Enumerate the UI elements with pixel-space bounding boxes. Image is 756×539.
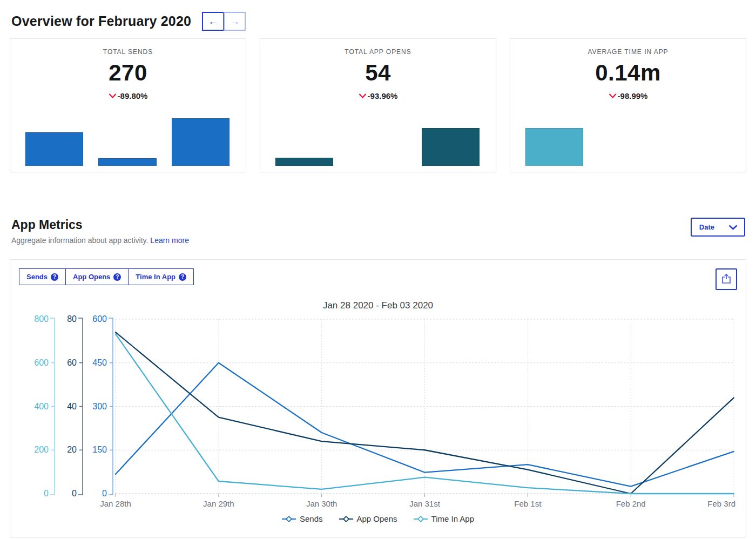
y-axis-tick-label: 300 xyxy=(92,402,107,411)
y-axis-tick-label: 800 xyxy=(34,314,49,324)
legend-label: Time In App xyxy=(431,514,474,523)
section-subtitle: Aggregate information about app activity… xyxy=(11,236,189,245)
mini-bar xyxy=(525,128,583,166)
summary-cards-row: TOTAL SENDS 270 -89.80% TOTAL APP OPENS … xyxy=(10,38,746,172)
date-dropdown-button[interactable]: Date xyxy=(691,218,745,237)
learn-more-link[interactable]: Learn more xyxy=(150,236,189,245)
app-metrics-chart-card: Sends ? App Opens ? Time In App ? xyxy=(10,259,746,537)
y-axis-tick-label: 150 xyxy=(92,445,107,454)
chevron-down-red-icon xyxy=(609,93,617,99)
mini-bar-slot xyxy=(525,116,583,166)
y-axis-tick-label: 60 xyxy=(67,358,77,367)
legend-label: App Opens xyxy=(357,514,397,523)
average-time-in-app-card: AVERAGE TIME IN APP 0.14m -98.99% xyxy=(510,38,746,172)
chart-legend: Sends App Opens Time In App xyxy=(19,514,737,523)
card-delta: -98.99% xyxy=(510,91,746,100)
mini-bar-slot xyxy=(275,116,333,166)
x-axis-label: Feb 3rd xyxy=(707,499,735,508)
y-axis-tick-label: 600 xyxy=(92,314,107,324)
subtitle-text: Aggregate information about app activity… xyxy=(11,236,148,245)
app-metrics-header: App Metrics Aggregate information about … xyxy=(11,218,745,245)
legend-label: Sends xyxy=(300,514,323,523)
mini-bar-slot xyxy=(598,116,656,166)
x-axis-label: Jan 31st xyxy=(409,499,441,508)
previous-month-button[interactable]: ← xyxy=(202,12,224,31)
mini-bar-slot xyxy=(422,116,480,166)
card-delta: -89.80% xyxy=(10,91,246,100)
tab-label: App Opens xyxy=(73,273,110,281)
card-delta: -93.96% xyxy=(260,91,496,100)
x-axis-label: Jan 28th xyxy=(100,499,131,508)
metric-tabs: Sends ? App Opens ? Time In App ? xyxy=(19,268,194,285)
legend-marker-icon xyxy=(282,516,296,522)
total-app-opens-card: TOTAL APP OPENS 54 -93.96% xyxy=(260,38,496,172)
card-title: AVERAGE TIME IN APP xyxy=(510,48,746,56)
chart-title: Jan 28 2020 - Feb 03 2020 xyxy=(19,300,737,311)
date-dropdown-label: Date xyxy=(699,223,714,231)
delta-value: -98.99% xyxy=(618,91,648,100)
page-title: Overview for February 2020 xyxy=(11,14,191,29)
total-sends-card: TOTAL SENDS 270 -89.80% xyxy=(10,38,246,172)
y-axis-tick-label: 20 xyxy=(67,445,77,454)
next-month-button[interactable]: → xyxy=(224,12,246,31)
card-value: 270 xyxy=(10,60,246,86)
mini-bar-chart xyxy=(525,116,730,166)
tab-label: Sends xyxy=(26,273,48,281)
tab-time-in-app[interactable]: Time In App ? xyxy=(129,268,194,285)
chart-toolbar: Sends ? App Opens ? Time In App ? xyxy=(19,268,737,290)
mini-bar xyxy=(275,158,333,166)
mini-bar-slot xyxy=(672,116,730,166)
legend-marker-icon xyxy=(339,516,353,522)
export-chart-button[interactable] xyxy=(716,268,737,290)
delta-value: -93.96% xyxy=(368,91,398,100)
x-axis-label: Feb 2nd xyxy=(616,499,646,508)
legend-marker-icon xyxy=(414,516,428,522)
tab-label: Time In App xyxy=(136,273,176,281)
help-icon[interactable]: ? xyxy=(51,273,58,281)
tab-sends[interactable]: Sends ? xyxy=(19,268,66,285)
export-icon xyxy=(720,273,732,285)
mini-bar xyxy=(422,128,480,166)
y-axis-tick-label: 40 xyxy=(67,402,77,411)
month-pager: ← → xyxy=(202,12,246,31)
help-icon[interactable]: ? xyxy=(179,273,186,281)
card-title: TOTAL SENDS xyxy=(10,48,246,56)
mini-bar-slot xyxy=(348,116,406,166)
mini-bar-chart xyxy=(275,116,480,166)
y-axis-tick-label: 200 xyxy=(34,445,49,454)
card-value: 0.14m xyxy=(510,60,746,86)
mini-bar xyxy=(172,118,230,166)
mini-bar-chart xyxy=(25,116,230,166)
x-axis-label: Jan 29th xyxy=(203,499,234,508)
dashboard-page: Overview for February 2020 ← → TOTAL SEN… xyxy=(0,0,756,539)
mini-bar xyxy=(98,158,156,166)
section-title: App Metrics xyxy=(11,218,189,232)
y-axis-tick-label: 400 xyxy=(34,402,49,411)
x-axis-label: Feb 1st xyxy=(514,499,542,508)
y-axis-tick-label: 0 xyxy=(72,489,77,498)
help-icon[interactable]: ? xyxy=(113,273,121,281)
mini-bar-slot xyxy=(25,116,83,166)
tab-app-opens[interactable]: App Opens ? xyxy=(66,268,129,285)
card-title: TOTAL APP OPENS xyxy=(260,48,496,56)
chevron-down-red-icon xyxy=(109,93,117,99)
line-chart-svg: Jan 28thJan 29thJan 30thJan 31stFeb 1stF… xyxy=(19,311,746,512)
card-value: 54 xyxy=(260,60,496,86)
arrow-left-icon: ← xyxy=(208,16,218,26)
legend-item-sends[interactable]: Sends xyxy=(282,514,323,523)
app-metrics-heading-block: App Metrics Aggregate information about … xyxy=(11,218,189,245)
legend-item-app-opens[interactable]: App Opens xyxy=(339,514,397,523)
mini-bar-slot xyxy=(172,116,230,166)
legend-item-time-in-app[interactable]: Time In App xyxy=(414,514,474,523)
mini-bar-slot xyxy=(98,116,156,166)
y-axis-tick-label: 600 xyxy=(34,358,49,367)
series-line-app-opens xyxy=(116,332,734,494)
arrow-right-icon: → xyxy=(230,16,240,26)
chevron-down-icon xyxy=(728,225,738,230)
y-axis-tick-label: 80 xyxy=(67,314,77,324)
line-chart: Jan 28thJan 29thJan 30thJan 31stFeb 1stF… xyxy=(19,311,737,514)
x-axis-label: Jan 30th xyxy=(306,499,338,508)
page-header: Overview for February 2020 ← → xyxy=(0,0,756,38)
y-axis-tick-label: 450 xyxy=(92,358,107,367)
delta-value: -89.80% xyxy=(118,91,148,100)
